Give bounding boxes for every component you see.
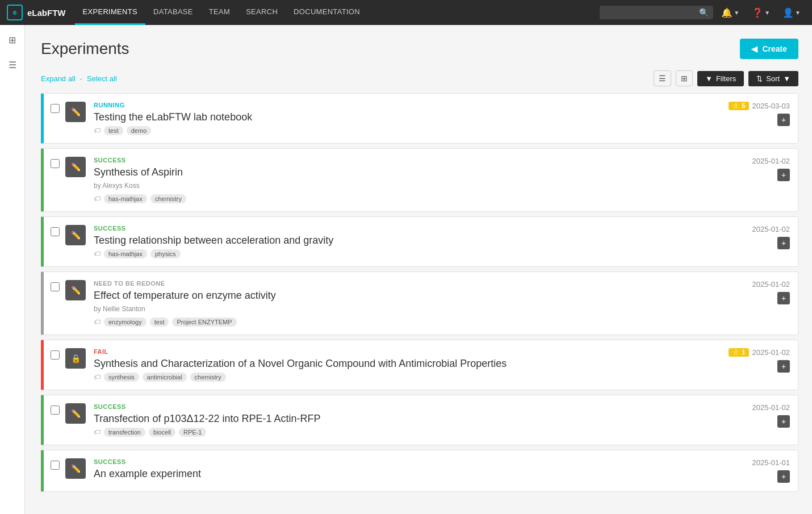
edit-button[interactable]: ✏️: [65, 280, 86, 300]
experiment-checkbox[interactable]: [51, 282, 60, 291]
expand-button[interactable]: +: [777, 360, 790, 373]
edit-button[interactable]: ✏️: [65, 157, 86, 177]
tags-icon: 🏷: [94, 428, 101, 436]
brand-name: eLabFTW: [27, 8, 66, 18]
experiment-checkbox[interactable]: [51, 227, 60, 236]
tag[interactable]: chemistry: [150, 194, 186, 203]
nav-database[interactable]: DATABASE: [145, 0, 201, 25]
list-view-btn[interactable]: ☰: [654, 70, 671, 86]
star-date-row: 2025-01-02: [752, 280, 790, 289]
experiment-status: SUCCESS: [94, 458, 790, 465]
top-navigation: e eLabFTW EXPERIMENTS DATABASE TEAM SEAR…: [0, 0, 812, 25]
toolbar-right: ☰ ⊞ ▼ Filters ⇅ Sort ▼: [654, 70, 798, 86]
star-date-row: ⭐ 5 2025-03-03: [729, 102, 790, 110]
edit-button[interactable]: ✏️: [65, 225, 86, 245]
experiment-checkbox[interactable]: [51, 406, 60, 415]
expand-button[interactable]: +: [777, 114, 790, 126]
experiment-title[interactable]: Effect of temperature on enzyme activity: [94, 289, 790, 302]
main-content: Experiments ◀ Create Expand all - Select…: [25, 25, 812, 514]
sort-button[interactable]: ⇅ Sort ▼: [748, 71, 798, 86]
sort-chevron-icon: ▼: [783, 74, 790, 83]
nav-links: EXPERIMENTS DATABASE TEAM SEARCH DOCUMEN…: [75, 0, 600, 25]
experiment-status: SUCCESS: [94, 157, 790, 164]
sidebar-list-icon[interactable]: ☰: [5, 57, 20, 73]
experiment-title[interactable]: Testing relationship between acceleratio…: [94, 234, 790, 247]
filter-icon: ▼: [705, 74, 713, 83]
tag[interactable]: has-mathjax: [104, 194, 147, 203]
tag[interactable]: synthesis: [104, 373, 139, 382]
experiment-tags: 🏷 transfectionbiocellRPE-1: [94, 428, 790, 437]
tag[interactable]: chemistry: [190, 373, 226, 382]
experiment-title[interactable]: Testing the eLabFTW lab notebook: [94, 111, 790, 124]
select-all-link[interactable]: Select all: [87, 74, 117, 83]
tag[interactable]: has-mathjax: [104, 249, 147, 258]
notifications-btn[interactable]: 🔔▼: [717, 5, 744, 20]
expand-button[interactable]: +: [777, 237, 790, 249]
sidebar-panels-icon[interactable]: ⊞: [5, 32, 20, 48]
edit-button[interactable]: ✏️: [65, 102, 86, 122]
experiment-checkbox[interactable]: [51, 350, 60, 360]
nav-team[interactable]: TEAM: [201, 0, 238, 25]
create-arrow-icon: ◀: [751, 44, 757, 53]
expand-button[interactable]: +: [777, 292, 790, 304]
experiment-author: by Alexys Koss: [94, 182, 790, 190]
grid-view-btn[interactable]: ⊞: [676, 70, 693, 86]
experiment-body: SUCCESS An example experiment: [94, 458, 790, 483]
experiment-card: ✏️ NEED TO BE REDONE Effect of temperatu…: [41, 271, 798, 335]
expand-all-link[interactable]: Expand all: [41, 74, 76, 83]
nav-experiments[interactable]: EXPERIMENTS: [75, 0, 145, 25]
brand-logo[interactable]: e eLabFTW: [7, 5, 66, 20]
experiment-title[interactable]: Synthesis and Characterization of a Nove…: [94, 357, 790, 370]
filters-label: Filters: [716, 74, 736, 83]
tag[interactable]: enzymology: [104, 317, 147, 327]
experiment-meta: 2025-01-01 +: [752, 458, 790, 483]
tags-icon: 🏷: [94, 127, 101, 135]
edit-button[interactable]: ✏️: [65, 403, 86, 424]
star-badge: ⭐ 1: [729, 348, 748, 357]
sort-icon: ⇅: [756, 74, 763, 83]
tag[interactable]: demo: [127, 126, 152, 135]
expand-button[interactable]: +: [777, 470, 790, 483]
edit-button[interactable]: ✏️: [65, 458, 86, 479]
experiment-status: FAIL: [94, 348, 790, 355]
user-btn[interactable]: 👤▼: [778, 5, 805, 20]
expand-button[interactable]: +: [777, 169, 790, 181]
create-button[interactable]: ◀ Create: [740, 39, 798, 59]
tag[interactable]: Project ENZYTEMP: [172, 317, 236, 327]
brand-icon: e: [7, 5, 23, 20]
experiment-card: ✏️ SUCCESS Testing relationship between …: [41, 216, 798, 267]
experiment-date: 2025-03-03: [752, 102, 790, 110]
search-bar[interactable]: 🔍: [600, 6, 713, 19]
experiment-title[interactable]: An example experiment: [94, 467, 790, 480]
tag[interactable]: test: [104, 126, 123, 135]
tag[interactable]: antimicrobial: [143, 373, 187, 382]
toolbar-left: Expand all - Select all: [41, 74, 117, 83]
experiment-card: ✏️ SUCCESS Transfection of p103Δ12-22 in…: [41, 395, 798, 445]
lock-icon[interactable]: 🔒: [65, 348, 86, 369]
tag[interactable]: test: [150, 317, 169, 327]
expand-button[interactable]: +: [777, 415, 790, 428]
experiment-status: NEED TO BE REDONE: [94, 280, 790, 287]
tag[interactable]: physics: [150, 249, 181, 258]
help-btn[interactable]: ❓▼: [747, 5, 775, 20]
filters-button[interactable]: ▼ Filters: [697, 71, 744, 86]
tag[interactable]: transfection: [104, 428, 145, 437]
nav-documentation[interactable]: DOCUMENTATION: [286, 0, 368, 25]
search-input[interactable]: [604, 9, 696, 17]
experiment-checkbox[interactable]: [51, 104, 60, 113]
experiment-checkbox[interactable]: [51, 461, 60, 470]
experiment-meta: 2025-01-02 +: [752, 157, 790, 181]
nav-search[interactable]: SEARCH: [238, 0, 286, 25]
experiment-tags: 🏷 has-mathjaxchemistry: [94, 194, 790, 203]
search-icon: 🔍: [699, 8, 709, 17]
experiment-meta: 2025-01-02 +: [752, 280, 790, 304]
experiment-tags: 🏷 has-mathjaxphysics: [94, 249, 790, 258]
experiment-body: NEED TO BE REDONE Effect of temperature …: [94, 280, 790, 326]
tag[interactable]: biocell: [149, 428, 175, 437]
experiment-checkbox[interactable]: [51, 159, 60, 168]
experiment-date: 2025-01-02: [752, 225, 790, 233]
star-date-row: 2025-01-02: [752, 225, 790, 233]
experiment-title[interactable]: Transfection of p103Δ12-22 into RPE-1 Ac…: [94, 412, 790, 425]
tag[interactable]: RPE-1: [179, 428, 206, 437]
experiment-title[interactable]: Synthesis of Aspirin: [94, 166, 790, 179]
